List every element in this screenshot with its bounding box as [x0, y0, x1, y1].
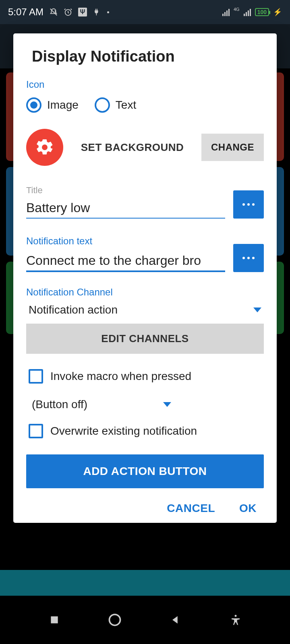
notification-text-more-button[interactable]	[233, 244, 264, 272]
signal-icon	[222, 8, 230, 16]
network-label: 4G	[234, 7, 240, 12]
chevron-down-icon	[253, 308, 261, 312]
radio-image-indicator	[26, 97, 41, 113]
button-off-dropdown[interactable]: (Button off)	[26, 396, 174, 424]
svg-point-4	[235, 615, 237, 617]
set-background-label: SET BACKGROUND	[71, 141, 193, 154]
title-row: Title Battery low	[26, 185, 264, 219]
signal-icon-2	[244, 8, 251, 16]
dialog-title: Display Notification	[26, 48, 264, 65]
svg-rect-2	[51, 616, 58, 623]
status-right: 4G 100 ⚡	[222, 8, 282, 17]
svg-point-3	[110, 615, 120, 625]
overwrite-row[interactable]: Overwrite existing notification	[26, 424, 264, 438]
icon-section-label: Icon	[26, 79, 264, 90]
navigation-bar	[0, 596, 290, 644]
radio-text-label: Text	[116, 99, 136, 111]
nav-back-button[interactable]	[167, 612, 183, 628]
plug-icon	[93, 8, 102, 17]
nav-accessibility-button[interactable]	[228, 612, 244, 628]
edit-channels-button[interactable]: EDIT CHANNELS	[26, 324, 264, 354]
title-input[interactable]: Battery low	[26, 198, 225, 219]
square-icon	[49, 615, 60, 625]
notification-text-input[interactable]: Connect me to the charger bro	[26, 251, 225, 272]
usb-icon: Ψ	[78, 8, 87, 17]
cancel-button[interactable]: CANCEL	[167, 502, 215, 515]
alarm-icon	[64, 8, 72, 17]
invoke-macro-checkbox[interactable]	[29, 369, 43, 384]
gear-icon	[35, 138, 54, 157]
overwrite-checkbox[interactable]	[29, 424, 43, 438]
radio-text[interactable]: Text	[95, 97, 136, 113]
ok-button[interactable]: OK	[239, 502, 257, 515]
mute-icon	[49, 8, 58, 17]
icon-radio-group: Image Text	[26, 97, 264, 113]
button-off-value: (Button off)	[32, 398, 87, 411]
circle-icon	[108, 613, 122, 627]
notification-text-label: Notification text	[26, 235, 225, 247]
triangle-left-icon	[170, 614, 181, 625]
title-field-label: Title	[26, 185, 225, 196]
channel-value: Notification action	[29, 303, 118, 316]
nav-recent-button[interactable]	[46, 612, 62, 628]
invoke-macro-label: Invoke macro when pressed	[50, 370, 191, 383]
title-more-button[interactable]	[233, 190, 264, 219]
invoke-macro-row[interactable]: Invoke macro when pressed	[26, 369, 264, 384]
bottom-strip	[0, 570, 290, 596]
dialog-actions: CANCEL OK	[26, 498, 264, 518]
dot-icon	[107, 11, 109, 13]
nav-home-button[interactable]	[107, 612, 123, 628]
battery-icon: 100	[255, 8, 269, 16]
change-button[interactable]: CHANGE	[201, 134, 264, 161]
add-action-button[interactable]: ADD ACTION BUTTON	[26, 454, 264, 488]
status-bar: 5:07 AM Ψ 4G 100 ⚡	[0, 0, 290, 24]
display-notification-dialog: Display Notification Icon Image Text SET…	[13, 33, 277, 523]
notification-text-row: Notification text Connect me to the char…	[26, 235, 264, 272]
overwrite-label: Overwrite existing notification	[50, 425, 197, 438]
radio-text-indicator	[95, 97, 110, 113]
accessibility-icon	[230, 614, 242, 626]
chevron-down-icon	[163, 402, 171, 407]
icon-preview-row: SET BACKGROUND CHANGE	[26, 129, 264, 166]
status-time: 5:07 AM	[8, 6, 44, 18]
notification-icon-preview[interactable]	[26, 129, 63, 166]
charging-icon: ⚡	[273, 8, 282, 17]
channel-label: Notification Channel	[26, 287, 264, 298]
channel-dropdown[interactable]: Notification action	[26, 301, 264, 324]
dots-icon	[242, 257, 255, 259]
radio-image-label: Image	[47, 99, 79, 111]
radio-image[interactable]: Image	[26, 97, 79, 113]
dots-icon	[242, 203, 255, 206]
status-left: 5:07 AM Ψ	[8, 6, 109, 18]
